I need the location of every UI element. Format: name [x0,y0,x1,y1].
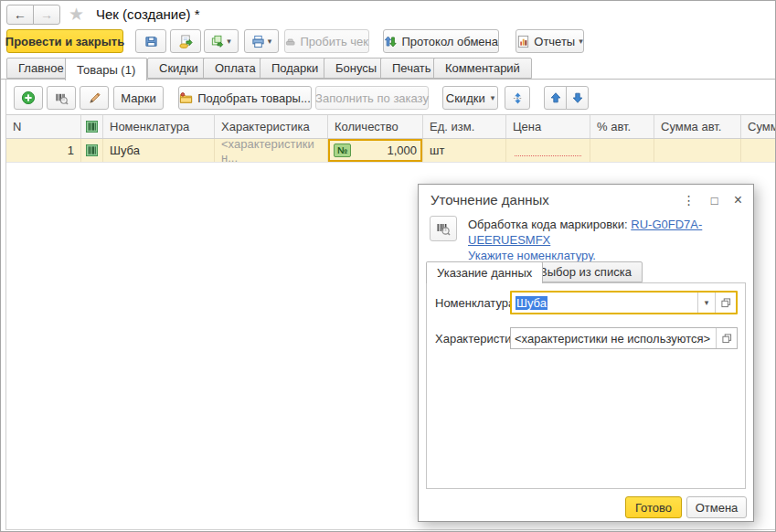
cash-register-icon [285,35,295,48]
probe-check-button[interactable]: Пробить чек [284,29,369,53]
expand-collapse-button[interactable] [505,86,530,110]
cell-nomenclature[interactable]: Шуба [103,139,215,162]
move-row-up-button[interactable] [544,86,567,110]
col-header-quantity[interactable]: Количество [328,115,423,138]
table-header-row: N Номенклатура Характеристика Количество… [6,114,776,139]
nomenclature-open-button[interactable] [715,293,736,313]
marking-barcode-icon [86,144,98,156]
nomenclature-label: Номенклатура: [435,296,518,310]
characteristic-input[interactable]: <характеристики не используются> [510,327,738,349]
table-row[interactable]: 1 Шуба <характеристики н... № 1,000 шт [6,139,776,163]
forward-button[interactable]: → [33,5,60,25]
quantity-value: 1,000 [355,144,417,157]
col-header-auto-percent[interactable]: % авт. [590,115,654,138]
barcode-search-icon [55,91,69,105]
marking-processing-button[interactable] [430,216,457,241]
cell-sum[interactable] [741,139,776,162]
cell-unit[interactable]: шт [423,139,506,162]
cell-row-number: 1 [6,139,81,162]
scan-barcode-button[interactable] [47,86,76,110]
back-button[interactable]: ← [6,5,34,25]
tab-bonusy[interactable]: Бонусы [324,58,388,79]
nomenclature-dropdown-button[interactable]: ▾ [697,293,715,313]
discounts-button[interactable]: Скидки ▾ [442,86,498,110]
post-document-button[interactable] [170,29,201,53]
col-header-price[interactable]: Цена [506,115,590,138]
cell-marking-icon [81,139,103,162]
add-row-button[interactable] [14,86,43,110]
exchange-protocol-button[interactable]: Протокол обмена [383,29,499,53]
expand-vertical-icon [511,91,525,105]
col-header-marking[interactable] [81,115,103,138]
tab-skidki[interactable]: Скидки [147,58,210,79]
message-prefix: Обработка кода маркировки: [468,218,631,231]
dialog-fields-panel: Номенклатура: Шуба ▾ Характеристика: <ха… [426,282,746,489]
cell-characteristic[interactable]: <характеристики н... [215,139,328,162]
characteristic-open-button[interactable] [716,328,737,348]
save-button[interactable] [135,29,166,53]
post-and-close-button[interactable]: Провести и закрыть [6,29,123,53]
col-header-unit[interactable]: Ед. изм. [423,115,506,138]
nomenclature-value: Шуба [516,296,547,310]
pencil-icon [88,91,101,105]
tab-podarki[interactable]: Подарки [260,58,330,79]
pick-items-button[interactable]: Подобрать товары... [178,86,312,110]
cell-auto-percent[interactable] [590,139,654,162]
folder-icon [179,91,193,105]
tab-oplata[interactable]: Оплата [203,58,268,79]
post-document-icon [179,35,193,48]
arrow-up-icon [549,91,562,104]
cell-auto-sum[interactable] [654,139,741,162]
items-toolbar: Марки Подобрать товары... Заполнить по з… [6,86,776,111]
open-form-icon [721,298,731,308]
close-icon[interactable]: × [734,193,742,207]
maximize-icon[interactable]: □ [711,195,718,207]
dialog-message: Обработка кода маркировки: RU-G0FD7A-UEE… [468,217,742,263]
col-header-n[interactable]: N [6,115,81,138]
forward-icon: → [40,7,53,22]
col-header-characteristic[interactable]: Характеристика [215,115,328,138]
dropdown-caret: ▾ [227,37,231,46]
price-required-underline[interactable] [515,144,581,156]
reports-button[interactable]: Отчеты ▾ [516,29,584,53]
col-header-nomenclature[interactable]: Номенклатура [103,115,215,138]
dropdown-caret: ▾ [579,37,583,46]
print-button[interactable]: ▾ [244,29,279,53]
tab-kommentariy[interactable]: Комментарий [433,58,532,79]
dialog-tab-data-entry[interactable]: Указание данных [426,261,543,283]
more-menu-icon[interactable]: ⋮ [683,194,696,207]
col-header-sum[interactable]: Сумма [741,115,776,138]
exchange-arrows-icon [384,35,398,48]
move-row-down-button[interactable] [566,86,589,110]
dropdown-caret: ▾ [491,94,495,102]
fill-by-order-button[interactable]: Заполнить по заказу [315,86,429,110]
main-toolbar: Провести и закрыть ▾ ▾ Пробить чек Прото… [1,29,776,54]
col-header-auto-sum[interactable]: Сумма авт. [654,115,741,138]
history-nav: ← → [6,5,60,25]
arrow-down-icon [571,91,584,104]
cell-quantity[interactable]: № 1,000 [328,139,423,162]
barcode-search-icon [436,221,451,236]
done-button[interactable]: Готово [625,496,682,518]
cell-price[interactable] [506,139,590,162]
add-icon [21,90,36,105]
edit-row-button[interactable] [80,86,109,110]
marks-button[interactable]: Марки [113,86,164,110]
printer-icon [251,35,265,48]
dialog-tab-list-select[interactable]: Выбор из списка [528,261,643,282]
application-window: ← → ★ Чек (создание) * Провести и закрыт… [0,0,776,532]
nomenclature-input[interactable]: Шуба ▾ [510,291,738,314]
marking-barcode-icon [86,121,98,133]
cancel-button[interactable]: Отмена [686,496,747,518]
tab-tovary[interactable]: Товары (1) [65,58,147,80]
quantity-editor[interactable]: № 1,000 [328,139,422,162]
dialog-window-controls: ⋮ □ × [683,193,742,207]
characteristic-value: <характеристики не используются> [511,328,716,348]
create-based-on-button[interactable]: ▾ [204,29,239,53]
back-icon: ← [14,7,27,22]
clarify-data-dialog: Уточнение данных ⋮ □ × Обработка кода ма… [418,184,754,522]
report-icon [516,35,530,48]
save-icon [144,35,158,48]
favorite-star-icon[interactable]: ★ [69,5,84,23]
dialog-title: Уточнение данных [431,192,549,207]
